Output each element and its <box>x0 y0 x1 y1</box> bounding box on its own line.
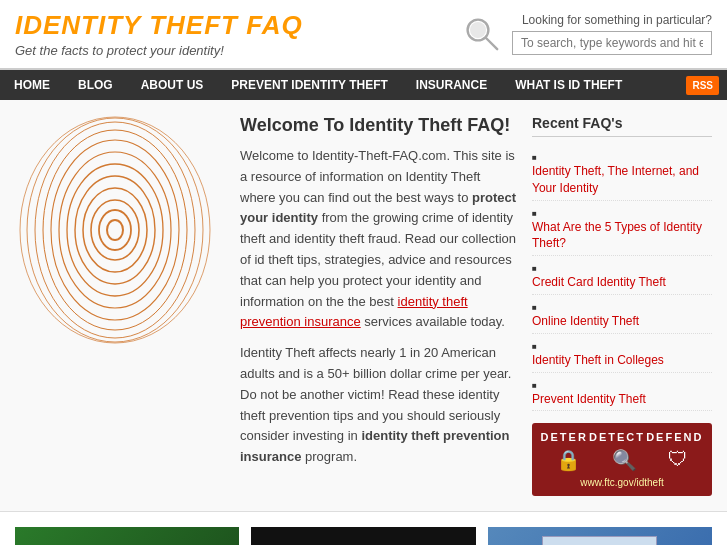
svg-point-8 <box>67 164 163 296</box>
faq-link-2[interactable]: What Are the 5 Types of Identity Theft? <box>532 219 712 253</box>
svg-point-4 <box>99 210 131 250</box>
nav-blog[interactable]: BLOG <box>64 70 127 100</box>
ftc-labels: DETER DETECT DEFEND <box>540 431 704 443</box>
ftc-banner: DETER DETECT DEFEND 🔒 🔍 🛡 www.ftc.gov/id… <box>532 423 712 496</box>
main-para2: Identity Theft affects nearly 1 in 20 Am… <box>240 343 517 468</box>
search-input[interactable] <box>512 31 712 55</box>
cards-section: How To Protect Yourself From Identity Th… <box>0 512 727 545</box>
fingerprint-image <box>15 115 215 345</box>
insurance-link1[interactable]: identity theft prevention insurance <box>240 294 468 330</box>
sidebar-heading: Recent FAQ's <box>532 115 712 137</box>
faq-link-1[interactable]: Identity Theft, The Internet, and Your I… <box>532 163 712 197</box>
faq-link-4[interactable]: Online Identity Theft <box>532 313 712 330</box>
logo-area: IDENTITY THEFT FAQ Get the facts to prot… <box>15 10 462 58</box>
ftc-defend: DEFEND <box>646 431 703 443</box>
svg-point-3 <box>107 220 123 240</box>
card-3-image: SOCIAL SECURITY 000-00-0000 JOHN DOE <box>488 527 712 545</box>
svg-point-10 <box>51 140 179 320</box>
nav-what-is[interactable]: WHAT IS ID THEFT <box>501 70 636 100</box>
nav-home[interactable]: HOME <box>0 70 64 100</box>
lock-icon: 🔒 <box>556 448 581 472</box>
sidebar: Recent FAQ's Identity Theft, The Interne… <box>532 115 712 496</box>
logo-title: IDENTITY THEFT FAQ <box>15 10 462 41</box>
card-what-is: SOCIAL SECURITY 000-00-0000 JOHN DOE Wha… <box>488 527 712 545</box>
header: IDENTITY THEFT FAQ Get the facts to prot… <box>0 0 727 70</box>
ftc-icons: 🔒 🔍 🛡 <box>540 448 704 472</box>
ftc-deter: DETER <box>541 431 588 443</box>
search-area: Looking for something in particular? <box>512 13 712 55</box>
ftc-detect: DETECT <box>589 431 645 443</box>
nav-about[interactable]: ABOUT US <box>127 70 218 100</box>
svg-point-1 <box>470 22 486 38</box>
list-item: Online Identity Theft <box>532 295 712 334</box>
logo-subtitle: Get the facts to protect your identity! <box>15 43 462 58</box>
ftc-url: www.ftc.gov/idtheft <box>540 477 704 488</box>
nav-prevent[interactable]: PREVENT IDENTITY THEFT <box>217 70 401 100</box>
list-item: Identity Theft in Colleges <box>532 334 712 373</box>
sidebar-faq-list: Identity Theft, The Internet, and Your I… <box>532 145 712 411</box>
main-para1: Welcome to Identity-Theft-FAQ.com. This … <box>240 146 517 333</box>
card-2-image: 🔒 LifeLock Guarantee Your Good Name <box>251 527 475 545</box>
main-content: Welcome To Identity Theft FAQ! Welcome t… <box>0 100 727 512</box>
logo-faq: FAQ <box>246 10 302 40</box>
svg-point-7 <box>75 176 155 284</box>
logo-text-main: IDENTITY THEFT <box>15 10 238 40</box>
main-heading: Welcome To Identity Theft FAQ! <box>240 115 517 136</box>
fingerprint-area <box>15 115 225 496</box>
faq-link-5[interactable]: Identity Theft in Colleges <box>532 352 712 369</box>
eye-icon: 🔍 <box>612 448 637 472</box>
header-right: Looking for something in particular? <box>462 13 712 55</box>
nav: HOME BLOG ABOUT US PREVENT IDENTITY THEF… <box>0 70 727 100</box>
shield-icon: 🛡 <box>668 448 688 472</box>
faq-link-3[interactable]: Credit Card Identity Theft <box>532 274 712 291</box>
social-security-card: SOCIAL SECURITY 000-00-0000 JOHN DOE <box>542 536 657 545</box>
faq-link-6[interactable]: Prevent Identity Theft <box>532 391 712 408</box>
list-item: Identity Theft, The Internet, and Your I… <box>532 145 712 201</box>
list-item: Credit Card Identity Theft <box>532 256 712 295</box>
svg-point-11 <box>43 130 187 330</box>
content-center: Welcome To Identity Theft FAQ! Welcome t… <box>225 115 532 496</box>
svg-line-2 <box>486 38 497 49</box>
nav-insurance[interactable]: INSURANCE <box>402 70 501 100</box>
magnifier-icon <box>462 14 502 54</box>
svg-point-14 <box>20 117 210 343</box>
rss-icon[interactable]: RSS <box>686 76 719 95</box>
list-item: Prevent Identity Theft <box>532 373 712 412</box>
search-label: Looking for something in particular? <box>522 13 712 27</box>
card-prevent: How To Protect Yourself From Identity Th… <box>15 527 239 545</box>
card-lifelock: 🔒 LifeLock Guarantee Your Good Name Iden… <box>251 527 475 545</box>
list-item: What Are the 5 Types of Identity Theft? <box>532 201 712 257</box>
card-1-image: How To Protect Yourself From Identity Th… <box>15 527 239 545</box>
